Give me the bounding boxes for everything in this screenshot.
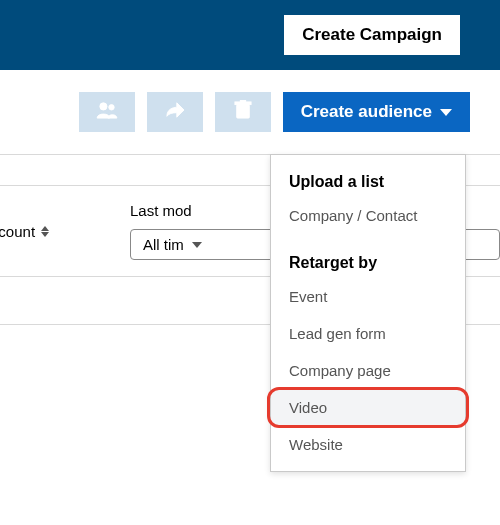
create-campaign-button[interactable]: Create Campaign xyxy=(284,15,460,55)
col-lastmod-label: Last mod xyxy=(130,202,192,219)
dropdown-item-website[interactable]: Website xyxy=(271,426,465,463)
people-icon-button[interactable] xyxy=(79,92,135,132)
create-audience-label: Create audience xyxy=(301,102,432,122)
create-audience-button[interactable]: Create audience xyxy=(283,92,470,132)
dropdown-item-video[interactable]: Video xyxy=(271,389,465,426)
time-filter-label: All tim xyxy=(143,236,184,253)
dropdown-item-event[interactable]: Event xyxy=(271,278,465,315)
dropdown-item-lead-gen-form[interactable]: Lead gen form xyxy=(271,315,465,352)
column-audience-count[interactable]: nce count xyxy=(0,223,130,240)
svg-point-0 xyxy=(99,103,106,110)
dropdown-section-upload: Upload a list xyxy=(271,167,465,197)
dropdown-item-company-contact[interactable]: Company / Contact xyxy=(271,197,465,234)
top-nav-bar: Create Campaign xyxy=(0,0,500,70)
share-icon-button[interactable] xyxy=(147,92,203,132)
sort-icon xyxy=(41,226,49,237)
dropdown-item-company-page[interactable]: Company page xyxy=(271,352,465,389)
col-count-label: nce count xyxy=(0,223,35,240)
svg-rect-2 xyxy=(236,105,249,119)
svg-rect-4 xyxy=(240,100,245,103)
trash-icon xyxy=(234,100,252,124)
chevron-down-icon xyxy=(192,242,202,248)
create-campaign-label: Create Campaign xyxy=(302,25,442,44)
dropdown-section-retarget: Retarget by xyxy=(271,248,465,278)
share-arrow-icon xyxy=(164,101,186,123)
chevron-down-icon xyxy=(440,109,452,116)
people-icon xyxy=(96,101,118,123)
svg-point-1 xyxy=(108,105,113,110)
create-audience-dropdown: Upload a list Company / Contact Retarget… xyxy=(270,154,466,472)
audience-toolbar: Create audience xyxy=(0,70,500,155)
delete-icon-button[interactable] xyxy=(215,92,271,132)
